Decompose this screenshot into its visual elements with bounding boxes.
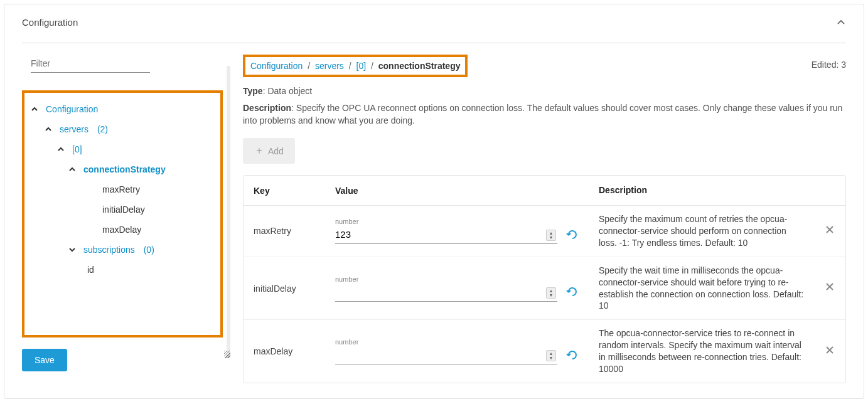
chevron-up-icon: [68, 166, 77, 173]
prop-desc: Specify the maximum count of retries the…: [589, 206, 814, 257]
delete-icon[interactable]: [825, 345, 835, 358]
tree-label: subscriptions: [83, 245, 135, 255]
prop-desc: The opcua-connector-service tries to re-…: [589, 320, 814, 383]
tree-label: servers: [60, 124, 88, 134]
tree-label: [0]: [72, 144, 82, 154]
tree-node-initialdelay[interactable]: • initialDelay: [28, 199, 214, 220]
tree-label: connectionStrategy: [83, 164, 166, 174]
add-button[interactable]: ＋ Add: [243, 138, 295, 164]
tree-outline: Configuration servers (2) [0]: [22, 90, 223, 337]
col-header-key: Key: [244, 176, 325, 206]
tree-node-index0[interactable]: [0]: [28, 139, 214, 159]
tree-node-maxretry[interactable]: • maxRetry: [28, 179, 214, 199]
breadcrumb-link[interactable]: Configuration: [250, 61, 303, 71]
resize-handle[interactable]: [223, 55, 232, 383]
save-button[interactable]: Save: [22, 349, 67, 371]
plus-icon: ＋: [254, 144, 264, 157]
table-row: maxDelay number ▲▼ The opcua-connector-s…: [244, 320, 845, 383]
breadcrumb-link[interactable]: [0]: [356, 61, 367, 71]
chevron-up-icon: [57, 146, 66, 153]
config-panel: Configuration Configuration: [4, 4, 864, 399]
chevron-up-icon: [31, 105, 40, 113]
main-content: Configuration / servers / [0] / connecti…: [232, 55, 846, 383]
properties-table: Key Value Description maxRetry number ▲▼: [243, 175, 846, 383]
tree-count: (2): [97, 124, 108, 134]
tree-node-id[interactable]: id: [28, 260, 214, 280]
type-hint: number: [335, 218, 579, 225]
tree-node-subscriptions[interactable]: subscriptions (0): [28, 240, 214, 260]
table-row: initialDelay number ▲▼ Specify the wait …: [244, 257, 845, 321]
chevron-up-icon: [45, 125, 53, 133]
sidebar: Configuration servers (2) [0]: [22, 55, 223, 383]
value-input[interactable]: [335, 347, 557, 364]
table-row: maxRetry number ▲▼ Specify the maximum c…: [244, 206, 845, 257]
tree-label: id: [87, 265, 94, 275]
prop-key: maxDelay: [244, 320, 325, 383]
tree-node-connectionstrategy[interactable]: connectionStrategy: [28, 159, 214, 179]
number-stepper[interactable]: ▲▼: [546, 350, 556, 361]
delete-icon[interactable]: [825, 225, 835, 237]
tree-label: initialDelay: [102, 204, 145, 215]
tree-node-maxdelay[interactable]: • maxDelay: [28, 220, 214, 240]
prop-desc: Specify the wait time in milliseconds th…: [589, 257, 814, 321]
type-line: Type: Data object: [243, 86, 846, 96]
tree-count: (0): [144, 245, 154, 255]
breadcrumb-current: connectionStrategy: [378, 61, 461, 71]
prop-key: maxRetry: [244, 206, 325, 257]
tree-node-servers[interactable]: servers (2): [28, 119, 214, 139]
delete-icon[interactable]: [825, 282, 835, 294]
undo-icon[interactable]: [566, 229, 579, 242]
filter-input[interactable]: [31, 55, 150, 73]
prop-key: initialDelay: [244, 257, 325, 321]
breadcrumb: Configuration / servers / [0] / connecti…: [243, 55, 468, 77]
description-line: Description: Specify the OPC UA reconnec…: [243, 102, 846, 127]
number-stepper[interactable]: ▲▼: [546, 287, 556, 299]
number-stepper[interactable]: ▲▼: [546, 230, 556, 241]
type-hint: number: [335, 338, 579, 346]
edited-count: Edited: 3: [812, 55, 846, 70]
tree-label: maxRetry: [102, 184, 140, 194]
panel-header: Configuration: [22, 17, 846, 43]
undo-icon[interactable]: [566, 349, 579, 363]
col-header-value: Value: [325, 176, 589, 206]
value-input[interactable]: [335, 226, 557, 244]
collapse-icon[interactable]: [836, 18, 846, 28]
undo-icon[interactable]: [566, 286, 579, 299]
tree-label: Configuration: [46, 104, 98, 114]
chevron-down-icon: [68, 246, 77, 253]
tree[interactable]: Configuration servers (2) [0]: [28, 99, 217, 332]
tree-node-configuration[interactable]: Configuration: [28, 99, 214, 119]
type-hint: number: [335, 275, 579, 283]
tree-label: maxDelay: [102, 225, 141, 235]
breadcrumb-link[interactable]: servers: [315, 61, 344, 71]
value-input[interactable]: [335, 284, 557, 302]
col-header-desc: Description: [589, 176, 814, 206]
panel-title: Configuration: [22, 17, 78, 28]
